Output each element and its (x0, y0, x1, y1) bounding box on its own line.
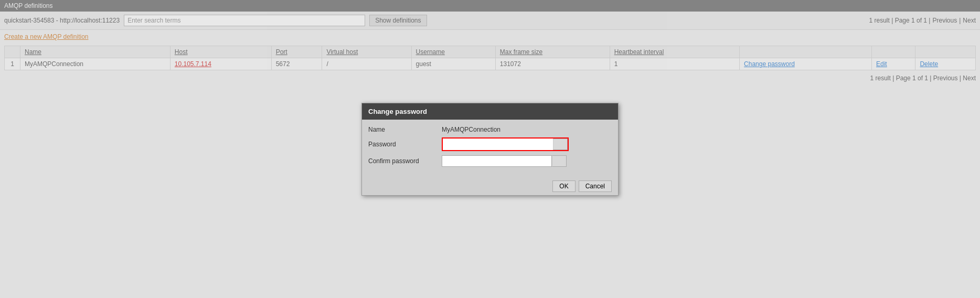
modal-overlay: Change password Name MyAMQPConnection Pa… (0, 0, 980, 85)
